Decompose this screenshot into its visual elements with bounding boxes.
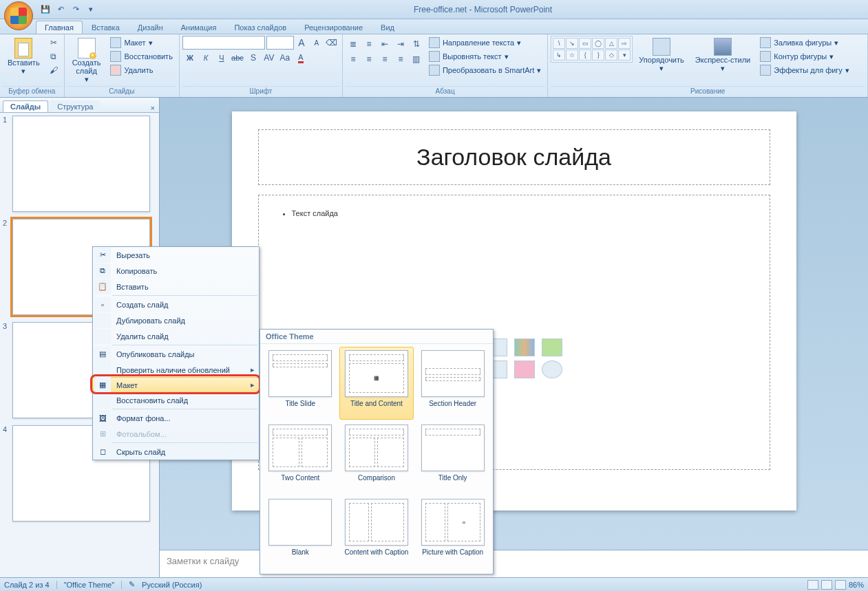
layout-option[interactable]: Title Slide (263, 347, 338, 420)
font-name-input[interactable] (182, 36, 265, 50)
case-icon[interactable]: Aa (277, 51, 293, 65)
tab-slideshow[interactable]: Показ слайдов (225, 21, 295, 34)
align-center-icon[interactable]: ≡ (361, 52, 377, 66)
delete-button[interactable]: Удалить (107, 63, 176, 77)
view-slideshow-icon[interactable] (835, 580, 846, 590)
view-sorter-icon[interactable] (821, 580, 832, 590)
quick-styles-button[interactable]: Экспресс-стили▾ (690, 36, 755, 75)
tab-slides[interactable]: Слайды (3, 100, 48, 112)
view-normal-icon[interactable] (807, 580, 818, 590)
copy-icon[interactable]: ⧉ (46, 50, 61, 63)
shrink-font-icon[interactable]: A (309, 36, 324, 50)
numbering-icon[interactable]: ≡ (361, 37, 377, 51)
slide-title-placeholder[interactable]: Заголовок слайда (258, 129, 770, 185)
ctx-paste[interactable]: 📋Вставить (93, 279, 259, 294)
ctx-copy[interactable]: ⧉Копировать (93, 263, 259, 279)
layout-button[interactable]: Макет▾ (107, 36, 176, 50)
shape-arrow2-icon[interactable]: ⇨ (618, 38, 631, 49)
ctx-reset-slide[interactable]: Восстановить слайд (93, 392, 259, 408)
indent-inc-icon[interactable]: ⇥ (393, 37, 408, 51)
justify-icon[interactable]: ≡ (393, 52, 408, 66)
ctx-layout[interactable]: ▦Макет▸ (92, 377, 260, 393)
layout-option[interactable]: Title Only (415, 421, 490, 494)
text-direction-button[interactable]: Направление текста▾ (425, 36, 544, 50)
ctx-publish-slides[interactable]: ▤Опубликовать слайды (93, 346, 259, 362)
align-left-icon[interactable]: ≡ (346, 52, 361, 66)
ctx-delete-slide[interactable]: Удалить слайд (93, 328, 259, 344)
arrange-button[interactable]: Упорядочить▾ (634, 36, 688, 75)
line-spacing-icon[interactable]: ⇅ (409, 37, 424, 51)
tab-animations[interactable]: Анимация (172, 21, 226, 34)
shapes-gallery[interactable]: \↘▭◯△⇨ ↳☆{}◇▾ (551, 36, 633, 63)
shadow-icon[interactable]: S (246, 51, 261, 65)
layout-option[interactable]: Blank (263, 495, 338, 568)
columns-icon[interactable]: ▥ (409, 52, 424, 66)
spellcheck-icon[interactable]: ✎ (129, 580, 135, 589)
tab-design[interactable]: Дизайн (129, 21, 172, 34)
bold-icon[interactable]: Ж (182, 51, 198, 65)
format-painter-icon[interactable]: 🖌 (46, 63, 61, 77)
shape-line-icon[interactable]: \ (553, 38, 565, 49)
grow-font-icon[interactable]: A (294, 36, 309, 50)
layout-option[interactable]: Two Content (263, 421, 338, 494)
layout-option[interactable]: Comparison (339, 421, 414, 494)
layout-option[interactable]: ▫Picture with Caption (415, 495, 490, 568)
ctx-cut[interactable]: ✂Вырезать (93, 247, 259, 263)
ctx-check-updates[interactable]: Проверить наличие обновлений▸ (93, 362, 259, 378)
indent-dec-icon[interactable]: ⇤ (377, 37, 392, 51)
italic-icon[interactable]: К (198, 51, 213, 65)
align-right-icon[interactable]: ≡ (377, 52, 392, 66)
align-text-button[interactable]: Выровнять текст▾ (425, 50, 544, 63)
shape-fill-button[interactable]: Заливка фигуры▾ (756, 36, 853, 50)
font-size-input[interactable] (266, 36, 294, 50)
reset-button[interactable]: Восстановить (107, 50, 176, 63)
close-panel-icon[interactable]: × (151, 104, 155, 112)
shape-more-icon[interactable]: ▾ (618, 50, 631, 61)
shape-brace-icon[interactable]: { (579, 50, 591, 61)
shape-ellipse-icon[interactable]: ◯ (592, 38, 604, 49)
ctx-duplicate-slide[interactable]: Дублировать слайд (93, 312, 259, 328)
content-placeholder-icons[interactable] (487, 339, 565, 378)
status-language[interactable]: Русский (Россия) (142, 581, 202, 589)
layout-option[interactable]: ▦Title and Content (339, 347, 414, 420)
layout-option[interactable]: Content with Caption (339, 495, 414, 568)
spacing-icon[interactable]: AV (262, 51, 277, 65)
strike-icon[interactable]: abc (230, 51, 245, 65)
save-icon[interactable]: 💾 (39, 3, 52, 17)
smartart-button[interactable]: Преобразовать в SmartArt▾ (425, 63, 544, 77)
tab-home[interactable]: Главная (36, 21, 83, 34)
media-icon[interactable] (542, 361, 562, 378)
paste-button[interactable]: Вставить▾ (3, 36, 45, 78)
underline-icon[interactable]: Ч (214, 51, 229, 65)
shape-triangle-icon[interactable]: △ (605, 38, 617, 49)
shape-arrow-icon[interactable]: ↘ (566, 38, 578, 49)
clear-format-icon[interactable]: ⌫ (324, 36, 339, 50)
new-slide-button[interactable]: ✦ Создать слайд▾ (67, 36, 106, 86)
shape-outline-button[interactable]: Контур фигуры▾ (756, 50, 853, 63)
layout-option[interactable]: Section Header (415, 347, 490, 420)
ctx-new-slide[interactable]: ▫Создать слайд (93, 297, 259, 312)
tab-review[interactable]: Рецензирование (295, 21, 372, 34)
redo-icon[interactable]: ↷ (69, 3, 83, 17)
shape-callout-icon[interactable]: ◇ (605, 50, 617, 61)
shape-effects-button[interactable]: Эффекты для фигу▾ (756, 63, 853, 77)
smartart-icon[interactable] (542, 339, 562, 356)
shape-conn-icon[interactable]: ↳ (553, 50, 565, 61)
shape-rect-icon[interactable]: ▭ (579, 38, 591, 49)
font-color-icon[interactable]: A (293, 51, 308, 65)
tab-insert[interactable]: Вставка (83, 21, 129, 34)
zoom-level[interactable]: 86% (849, 581, 864, 589)
chart-icon[interactable] (514, 339, 535, 356)
bullets-icon[interactable]: ≣ (346, 37, 361, 51)
shape-star-icon[interactable]: ☆ (566, 50, 578, 61)
ctx-hide-slide[interactable]: ◻Скрыть слайд (93, 444, 259, 460)
cut-icon[interactable]: ✂ (46, 36, 61, 50)
office-button[interactable] (4, 1, 33, 30)
slide-thumbnail[interactable] (12, 116, 150, 212)
shape-brace2-icon[interactable]: } (592, 50, 604, 61)
clipart-icon[interactable] (514, 361, 535, 378)
undo-icon[interactable]: ↶ (54, 3, 67, 17)
tab-view[interactable]: Вид (372, 21, 403, 34)
ctx-background-format[interactable]: 🖼Формат фона... (93, 410, 259, 426)
qat-dropdown-icon[interactable]: ▾ (84, 3, 98, 17)
